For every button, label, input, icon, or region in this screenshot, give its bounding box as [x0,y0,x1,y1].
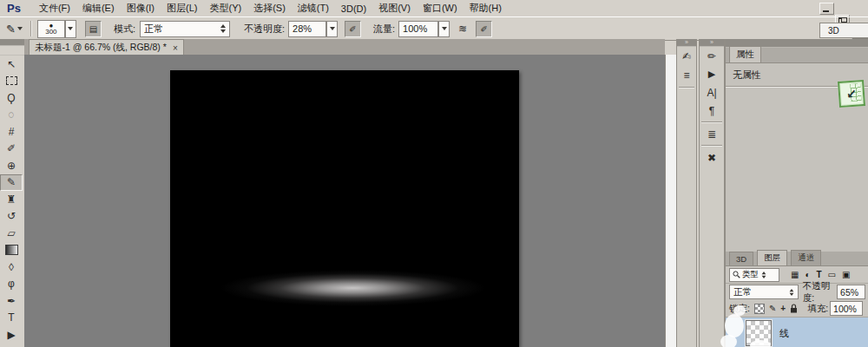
spot-healing-tool[interactable]: ⊕ [0,157,23,174]
ps-logo: Ps [7,2,21,15]
clone-source-icon[interactable]: ≡ [677,66,696,85]
tab-3d[interactable]: 3D [729,252,753,265]
dodge-tool[interactable]: φ [0,276,23,293]
canvas-vertical-scrollbar[interactable] [665,55,677,347]
document-canvas[interactable] [170,70,519,347]
photoshop-window: Ps 文件(F) 编辑(E) 图像(I) 图层(L) 类型(Y) 选择(S) 滤… [0,0,868,347]
marquee-tool[interactable] [0,73,23,90]
character-panel-icon[interactable]: A| [700,83,724,101]
brush-presets-icon[interactable]: ✍ [677,47,696,66]
layer-fill-input[interactable]: 100% [830,301,863,316]
lock-transparency-icon[interactable] [754,304,765,314]
workspace-switcher-3d[interactable]: 3D [819,23,868,38]
document-tab-close-icon[interactable]: × [173,43,178,53]
mode-label: 模式: [114,23,135,36]
brush-picker-dropdown[interactable] [65,20,76,38]
quick-selection-tool[interactable]: ◌ [0,107,23,124]
lock-all-icon[interactable] [790,304,798,313]
lock-pixels-icon[interactable]: ✎ [769,304,776,313]
eyedropper-tool[interactable]: ✐ [0,141,23,158]
layer-fill-value: 100% [833,304,857,314]
crop-tool-icon: # [9,126,15,138]
blend-mode-select[interactable]: 正常 [140,21,230,37]
eraser-tool[interactable]: ▱ [0,225,23,242]
lock-glyph [790,304,798,313]
paragraph-styles-icon[interactable]: ≣ [700,125,724,143]
dock2-expand-button[interactable]: » [700,39,724,47]
flow-label: 流量: [373,23,395,36]
tools-panel-header[interactable] [0,39,24,46]
lock-position-icon[interactable]: + [780,304,786,313]
clone-stamp-tool-icon: ♜ [7,193,16,206]
history-brush-tool-icon: ↺ [7,210,16,222]
pen-tool[interactable]: ✒ [0,292,23,310]
blend-mode-value: 正常 [144,23,163,36]
dodge-tool-icon: φ [8,278,15,290]
watermark-blob [720,335,737,347]
soft-light-ellipse [220,270,485,306]
type-filter-icon[interactable]: T [817,270,822,279]
tools-panel-grip[interactable] [0,46,24,56]
lasso-tool[interactable]: Ϙ [0,89,23,107]
layer-blend-mode-value: 正常 [733,286,752,298]
opacity-input[interactable]: 28% [288,21,326,37]
paragraph-panel-icon[interactable]: ¶ [700,101,724,120]
gradient-tool[interactable] [0,242,23,259]
smartobject-filter-icon[interactable]: ▣ [842,270,850,279]
tab-properties[interactable]: 属性 [729,46,761,62]
brush-panel-icon[interactable]: ✏ [700,47,724,65]
layer-opacity-input[interactable]: 65% [837,285,865,299]
menu-filter[interactable]: 滤镜(T) [292,2,335,15]
clone-stamp-tool[interactable]: ♜ [0,191,23,208]
pen-tool-icon: ✒ [7,295,16,307]
layer-blend-mode-select[interactable]: 正常 [729,285,799,299]
dock1-expand-button[interactable]: » [677,39,696,47]
minimize-button[interactable] [819,3,834,15]
tool-preset-dropdown[interactable] [16,21,25,36]
blur-tool[interactable]: ◊ [0,259,23,276]
document-tab-strip: 未标题-1 @ 66.7% (线, RGB/8) * × [24,39,665,56]
tab-layers[interactable]: 图层 [757,250,787,265]
actions-icon[interactable]: ▶ [700,65,724,83]
layer-filter-select[interactable]: 类型 [729,268,779,282]
document-tab[interactable]: 未标题-1 @ 66.7% (线, RGB/8) * × [29,39,184,56]
menu-help[interactable]: 帮助(H) [464,2,508,15]
brush-size-value: 300 [45,29,56,35]
menu-view[interactable]: 视图(V) [372,2,417,15]
menu-select[interactable]: 选择(S) [247,2,292,15]
path-selection-tool[interactable]: ▶ [0,326,23,344]
menu-3d[interactable]: 3D(D) [335,3,372,14]
tool-presets-icon[interactable]: ✖ [700,148,724,167]
workspace-label: 3D [828,26,839,36]
active-tool-icon[interactable]: ✎ [6,23,16,36]
collapsed-dock-1: » ✍ ≡ [676,39,697,347]
shape-filter-icon[interactable]: ▭ [828,270,836,279]
history-brush-tool[interactable]: ↺ [0,208,23,226]
tab-channels[interactable]: 通道 [791,250,821,265]
crop-tool[interactable]: # [0,123,23,141]
options-bar: ✎ ● 300 ▤ 模式: 正常 不透明度: 28% ✐ 流量: 100% ≋ … [0,16,868,41]
menu-window[interactable]: 窗口(W) [417,2,464,15]
opacity-dropdown[interactable] [326,21,338,37]
toggle-brush-panel-button[interactable]: ▤ [85,21,102,37]
flow-dropdown[interactable] [438,21,450,37]
pressure-size-button[interactable]: ✐ [476,21,492,37]
layer-name[interactable]: 线 [779,327,789,340]
path-selection-tool-icon: ▶ [7,329,15,341]
brush-preset-picker[interactable]: ● 300 [37,20,65,38]
menu-type[interactable]: 类型(Y) [203,2,247,15]
menu-file[interactable]: 文件(F) [33,2,76,15]
airbrush-button[interactable]: ≋ [458,23,467,35]
menu-layer[interactable]: 图层(L) [161,2,203,15]
pixel-filter-icon[interactable]: ▦ [791,270,799,279]
pressure-opacity-button[interactable]: ✐ [345,21,361,37]
layer-row-line[interactable]: 线 [726,318,868,347]
properties-tab-row: 属性 [726,48,868,63]
brush-tool[interactable]: ✎ [0,174,23,192]
flow-input[interactable]: 100% [398,21,438,37]
move-tool[interactable]: ↖ [0,56,23,73]
menu-edit[interactable]: 编辑(E) [76,2,121,15]
menu-image[interactable]: 图像(I) [121,2,161,15]
adjustment-filter-icon[interactable]: ◐ [805,270,810,279]
type-tool[interactable]: T [0,310,23,327]
